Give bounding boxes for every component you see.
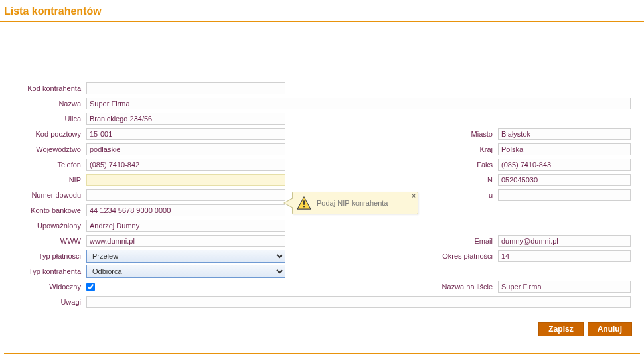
tooltip-text: Podaj NIP konrahenta xyxy=(317,199,388,207)
label-nazwa: Nazwa xyxy=(13,100,86,108)
label-telefon: Telefon xyxy=(13,161,86,169)
nip-input[interactable] xyxy=(86,174,285,186)
label-regon-obscured: N xyxy=(425,176,498,184)
nip-tooltip: Podaj NIP konrahenta × xyxy=(292,192,418,214)
kraj-input[interactable] xyxy=(498,143,631,155)
label-konto-bankowe: Konto bankowe xyxy=(13,206,86,214)
label-uwagi: Uwagi xyxy=(13,298,86,306)
upowazniony-input[interactable] xyxy=(86,220,285,232)
label-kraj: Kraj xyxy=(425,145,498,153)
kod-pocztowy-input[interactable] xyxy=(86,128,285,140)
label-numer-dowodu: Numer dowodu xyxy=(13,191,86,199)
footer-divider xyxy=(4,353,640,354)
warning-icon xyxy=(297,196,311,210)
label-kod-pocztowy: Kod pocztowy xyxy=(13,130,86,138)
miasto-input[interactable] xyxy=(498,128,631,140)
ulica-input[interactable] xyxy=(86,113,285,125)
nazwa-na-liscie-input[interactable] xyxy=(498,281,631,293)
label-email: Email xyxy=(425,237,498,245)
telefon-input[interactable] xyxy=(86,159,285,171)
label-typ-kontrahenta: Typ kontrahenta xyxy=(13,267,86,275)
label-ulica: Ulica xyxy=(13,115,86,123)
www-input[interactable] xyxy=(86,235,285,247)
page-title: Lista kontrahentów xyxy=(0,0,644,22)
email-input[interactable] xyxy=(498,235,631,247)
save-button[interactable]: Zapisz xyxy=(538,322,583,336)
numer-dowodu-input[interactable] xyxy=(86,189,285,201)
label-upowazniony: Upoważniony xyxy=(13,222,86,230)
label-kod-kontrahenta: Kod kontrahenta xyxy=(13,84,86,92)
label-okres-platnosci: Okres płatności xyxy=(425,252,498,260)
pesel-input[interactable] xyxy=(498,189,631,201)
widoczny-checkbox[interactable] xyxy=(86,283,95,291)
svg-rect-2 xyxy=(303,206,305,208)
label-pesel-obscured: u xyxy=(425,191,498,199)
tooltip-close-icon[interactable]: × xyxy=(412,193,416,200)
wojewodztwo-input[interactable] xyxy=(86,143,285,155)
label-faks: Faks xyxy=(425,161,498,169)
contractor-form: Kod kontrahenta Nazwa Ulica Kod pocztowy… xyxy=(0,22,644,309)
cancel-button[interactable]: Anuluj xyxy=(588,322,632,336)
label-nip: NIP xyxy=(13,176,86,184)
button-bar: Zapisz Anuluj xyxy=(538,322,632,336)
label-nazwa-na-liscie: Nazwa na liście xyxy=(425,283,498,291)
svg-rect-1 xyxy=(303,200,305,204)
regon-input[interactable] xyxy=(498,174,631,186)
label-www: WWW xyxy=(13,237,86,245)
label-wojewodztwo: Województwo xyxy=(13,145,86,153)
label-typ-platnosci: Typ płatności xyxy=(13,252,86,260)
faks-input[interactable] xyxy=(498,159,631,171)
label-widoczny: Widoczny xyxy=(13,283,86,291)
typ-kontrahenta-select[interactable]: Odbiorca xyxy=(86,265,285,278)
uwagi-input[interactable] xyxy=(86,296,631,308)
label-miasto: Miasto xyxy=(425,130,498,138)
okres-platnosci-input[interactable] xyxy=(498,250,631,262)
kod-kontrahenta-input[interactable] xyxy=(86,82,285,94)
typ-platnosci-select[interactable]: Przelew xyxy=(86,250,285,263)
konto-bankowe-input[interactable] xyxy=(86,204,285,216)
nazwa-input[interactable] xyxy=(86,98,631,109)
